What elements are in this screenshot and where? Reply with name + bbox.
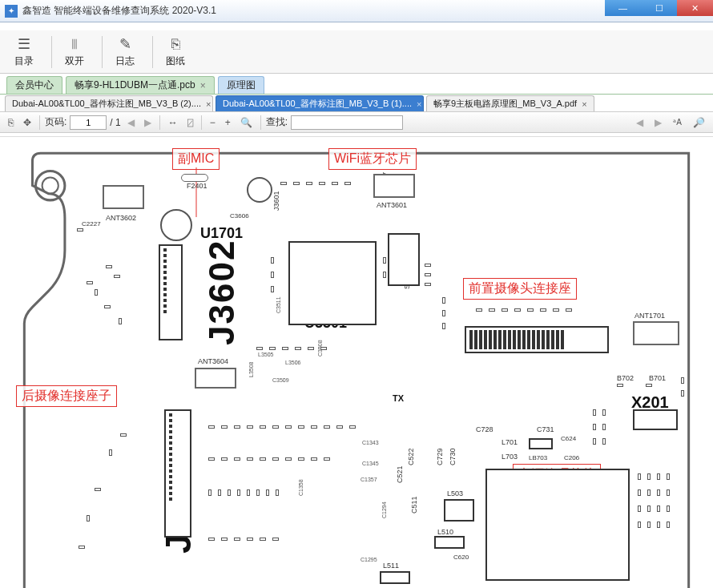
toolbar-label: 图纸 (166, 54, 185, 68)
app-icon: ✦ (5, 5, 18, 18)
prev-page-icon[interactable]: ◀ (124, 115, 138, 130)
page-total: / 1 (110, 117, 120, 128)
tab-label: Dubai-AL00&TL00_器件标注图_MB_V3_B (1).... (223, 98, 412, 110)
page-input[interactable] (70, 115, 107, 130)
dual-icon: ⫴ (71, 36, 78, 53)
next-page-icon[interactable]: ▶ (141, 115, 155, 130)
separator (152, 36, 153, 68)
tab-label: 畅享9主板电路原理图_MB_V3_A.pdf (433, 98, 577, 110)
file-tabstrip: 会员中心 畅享9-HL1DUBM一点通.pcb 原理图 (0, 74, 713, 95)
zoom-tool-icon[interactable]: 🔍 (237, 115, 256, 130)
separator (51, 36, 52, 68)
zoom-in-icon[interactable]: + (222, 115, 234, 130)
separator (260, 115, 261, 130)
fit-page-icon[interactable]: ⍁ (184, 115, 196, 130)
find-next-icon[interactable]: ▶ (651, 115, 665, 130)
pdf-toolbar: ⎘ ✥ 页码: / 1 ◀ ▶ ↔ ⍁ − + 🔍 查找: ◀ ▶ ᵃA 🔎 (0, 112, 713, 133)
toolbar-btn-dual[interactable]: ⫴ 双开 (57, 34, 92, 70)
tab-schematic[interactable]: 原理图 (218, 76, 264, 94)
doc-tab-1[interactable]: Dubai-AL00&TL00_器件标注图_MB_V3_B (2)....× (5, 95, 213, 111)
separator (102, 36, 103, 68)
tab-member-center[interactable]: 会员中心 (6, 76, 62, 94)
toolbar-label: 目录 (14, 54, 34, 68)
separator (201, 115, 202, 130)
search-label: 查找: (266, 115, 288, 129)
toolbar-label: 日志 (115, 54, 135, 68)
tab-label: Dubai-AL00&TL00_器件标注图_MB_V3_B (2).... (12, 98, 201, 110)
search-input[interactable] (291, 115, 403, 130)
window-maximize-button[interactable]: ☐ (641, 0, 677, 16)
drawing-icon: ⎘ (171, 36, 180, 53)
sidebar-toggle-icon[interactable]: ⎘ (5, 115, 17, 130)
list-icon: ☰ (18, 35, 30, 53)
doc-tab-2[interactable]: Dubai-AL00&TL00_器件标注图_MB_V3_B (1)....× (216, 95, 424, 111)
close-icon[interactable]: × (582, 99, 586, 109)
log-icon: ✎ (119, 35, 131, 53)
page-label: 页码: (45, 115, 66, 129)
close-icon[interactable]: × (417, 99, 421, 109)
match-case-icon[interactable]: ᵃA (670, 116, 685, 128)
toolbar-btn-drawing[interactable]: ⎘ 图纸 (158, 34, 193, 70)
window-controls: — ☐ ✕ (605, 0, 713, 16)
doc-tab-3[interactable]: 畅享9主板电路原理图_MB_V3_A.pdf× (426, 95, 594, 111)
separator (39, 115, 40, 130)
zoom-out-icon[interactable]: − (207, 115, 219, 130)
window-minimize-button[interactable]: — (605, 0, 641, 16)
close-icon[interactable]: × (206, 99, 211, 109)
hand-tool-icon[interactable]: ✥ (20, 115, 34, 130)
separator (159, 115, 160, 130)
document-tabstrip: Dubai-AL00&TL00_器件标注图_MB_V3_B (2)....× D… (0, 95, 713, 112)
main-toolbar: ☰ 目录 ⫴ 双开 ✎ 日志 ⎘ 图纸 (0, 30, 713, 74)
window-title: 鑫智造 智能终端设备维修查询系统 2020-V3.1 (22, 4, 216, 18)
tab-pcb-file[interactable]: 畅享9-HL1DUBM一点通.pcb (66, 76, 215, 94)
find-prev-icon[interactable]: ◀ (633, 115, 647, 130)
toolbar-btn-catalog[interactable]: ☰ 目录 (6, 34, 42, 70)
toolbar-label: 双开 (65, 54, 84, 68)
toolbar-btn-log[interactable]: ✎ 日志 (107, 34, 143, 70)
window-titlebar: ✦ 鑫智造 智能终端设备维修查询系统 2020-V3.1 — ☐ ✕ (0, 0, 713, 22)
window-close-button[interactable]: ✕ (677, 0, 713, 16)
fit-width-icon[interactable]: ↔ (165, 115, 181, 130)
find-all-icon[interactable]: 🔎 (690, 115, 708, 130)
